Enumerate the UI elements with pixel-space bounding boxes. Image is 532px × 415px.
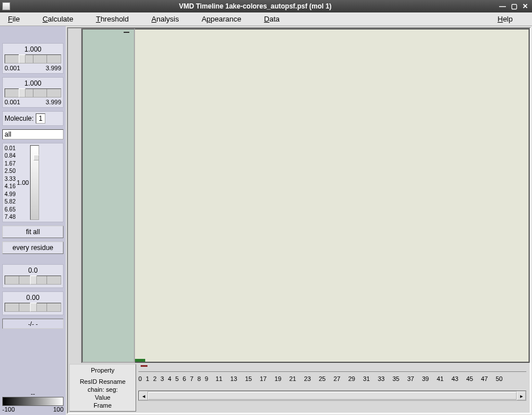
scroll-left-icon[interactable]: ◂ [139,391,148,400]
timeline-plot[interactable] [135,28,530,363]
vertical-ruler [68,28,82,363]
residue-column[interactable] [82,28,135,363]
gradient-max: 100 [53,406,64,413]
info-property: Property [91,367,115,374]
frame-axis: 0123456789111315171921232527293133353739… [137,363,530,413]
zoom-slider-2: 1.000 0.001 3.999 [2,77,64,108]
slider-value: 0.0 [5,266,61,274]
info-chain: chain: seg: [87,386,117,393]
slider-max: 3.999 [45,99,61,105]
menu-help[interactable]: Help [492,14,518,24]
gradient-bar [2,397,64,406]
slider-value: 0.00 [5,294,61,302]
content-area: Property ResID Resname chain: seg: Value… [67,27,531,414]
position-readout: -/- - [2,319,64,329]
menu-calculate[interactable]: Calculate [37,14,79,24]
titlebar: VMD Timeline 1ake-colores_autopsf.psf (m… [0,0,532,12]
info-box: Property ResID Resname chain: seg: Value… [69,364,136,412]
slider-min: 0.001 [5,65,20,71]
slider-track[interactable] [5,88,61,98]
menu-data[interactable]: Data [259,14,285,24]
info-resid: ResID Resname [80,378,126,385]
molecule-row: Molecule: 1 [2,111,64,126]
menubar: File Calculate Threshold Analysis Appear… [0,12,532,26]
maximize-button[interactable]: ▢ [509,2,518,10]
slider-value: 1.000 [5,79,61,87]
minimize-button[interactable]: — [498,2,507,10]
molecule-label: Molecule: [5,115,33,122]
slider-track[interactable] [5,303,61,312]
info-value: Value [95,394,110,401]
slider-track[interactable] [5,54,61,63]
zoom-slider-1: 1.000 0.001 3.999 [2,43,64,74]
app-icon [2,2,10,10]
sidebar: 1.000 0.001 3.999 1.000 0.001 [0,26,66,415]
horizontal-scrollbar[interactable]: ◂ ▸ [138,391,526,401]
scale-ticks: 0.010.841.672.503.334.164.995.826.657.48 [5,145,15,220]
slider-track[interactable] [5,276,61,285]
scroll-right-icon[interactable]: ▸ [517,391,526,400]
close-button[interactable]: ✕ [521,2,530,10]
menu-analysis[interactable]: Analysis [146,14,184,24]
menu-threshold[interactable]: Threshold [90,14,134,24]
gradient-min: -100 [2,406,15,413]
every-residue-button[interactable]: every residue [2,242,64,254]
molecule-id[interactable]: 1 [36,113,45,124]
gradient-panel: -- -100 100 [2,390,64,413]
scale-bar[interactable] [30,145,39,220]
window-title: VMD Timeline 1ake-colores_autopsf.psf (m… [15,2,496,10]
gradient-label: -- [2,390,64,397]
slider-max: 3.999 [45,65,61,71]
frame-cursor[interactable] [141,365,526,367]
slider-value: 1.000 [5,45,61,53]
fit-all-button[interactable]: fit all [2,226,64,238]
scale-mid: 1.00 [16,145,28,220]
offset-slider-2: 0.00 [2,291,64,315]
offset-slider-1: 0.0 [2,264,64,288]
slider-min: 0.001 [5,99,20,105]
menu-appearance[interactable]: Appearance [196,14,247,24]
info-frame: Frame [94,402,112,409]
menu-file[interactable]: File [2,14,26,24]
selection-input[interactable]: all [2,129,64,139]
frame-ticks: 0123456789111315171921232527293133353739… [138,371,526,391]
color-scale: 0.010.841.672.503.334.164.995.826.657.48… [2,143,64,222]
